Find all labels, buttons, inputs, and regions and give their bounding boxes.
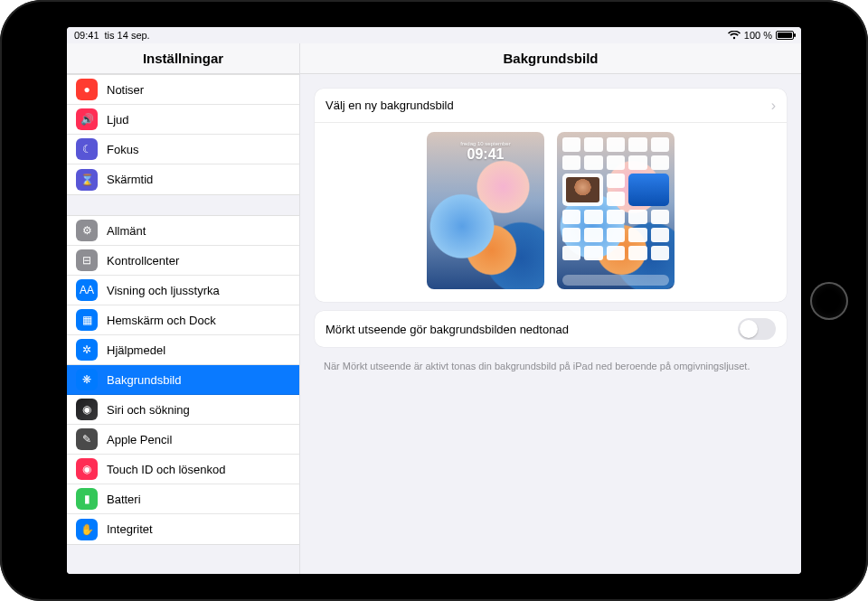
notifications-icon: ● — [76, 79, 98, 100]
wallpaper-icon: ❋ — [76, 369, 98, 390]
dim-footer-note: När Mörkt utseende är aktivt tonas din b… — [315, 356, 787, 372]
wifi-icon — [728, 31, 741, 40]
sidebar-item-label: Hemskärm och Dock — [107, 314, 216, 327]
sidebar-item-label: Skärmtid — [107, 173, 153, 186]
sidebar-item-siri[interactable]: ◉Siri och sökning — [67, 395, 299, 425]
sidebar-item-label: Batteri — [107, 493, 141, 506]
chevron-right-icon: › — [771, 98, 776, 114]
settings-sidebar: Inställningar ●Notiser🔊Ljud☾Fokus⌛Skärmt… — [67, 43, 300, 574]
choose-wallpaper-card: Välj en ny bakgrundsbild › fredag 10 sep… — [315, 89, 787, 302]
siri-icon: ◉ — [76, 399, 98, 420]
sound-icon: 🔊 — [76, 108, 98, 130]
lock-date: fredag 10 september — [427, 141, 544, 146]
detail-title: Bakgrundsbild — [300, 43, 801, 74]
status-bar: 09:41 tis 14 sep. 100 % — [67, 27, 801, 43]
sidebar-item-homescreen[interactable]: ▦Hemskärm och Dock — [67, 305, 299, 335]
sidebar-item-label: Integritet — [107, 522, 153, 536]
sidebar-item-battery[interactable]: ▮Batteri — [67, 484, 299, 514]
sidebar-item-label: Apple Pencil — [107, 433, 172, 446]
sidebar-item-label: Notiser — [107, 83, 144, 97]
sidebar-item-label: Kontrollcenter — [107, 254, 179, 268]
pencil-icon: ✎ — [76, 428, 98, 450]
sidebar-title: Inställningar — [67, 43, 299, 74]
general-icon: ⚙ — [76, 220, 98, 241]
sidebar-item-sound[interactable]: 🔊Ljud — [67, 105, 299, 135]
choose-wallpaper-row[interactable]: Välj en ny bakgrundsbild › — [315, 89, 787, 123]
battery-icon — [776, 31, 794, 40]
sidebar-item-label: Siri och sökning — [107, 403, 190, 417]
status-date: tis 14 sep. — [105, 30, 150, 41]
homescreen-grid-icon — [562, 137, 669, 273]
lock-time: 09:41 — [467, 146, 505, 162]
sidebar-item-display[interactable]: AAVisning och ljusstyrka — [67, 276, 299, 305]
battery-text: 100 % — [744, 30, 772, 41]
dim-toggle[interactable] — [738, 318, 776, 340]
accessibility-icon: ✲ — [76, 339, 98, 361]
screen: 09:41 tis 14 sep. 100 % Inställningar ●N… — [67, 27, 801, 574]
homescreen-icon: ▦ — [76, 309, 98, 331]
sidebar-item-label: Hjälpmedel — [107, 343, 165, 357]
choose-wallpaper-label: Välj en ny bakgrundsbild — [326, 99, 454, 112]
sidebar-item-notifications[interactable]: ●Notiser — [67, 75, 299, 105]
sidebar-item-general[interactable]: ⚙Allmänt — [67, 216, 299, 246]
sidebar-item-label: Allmänt — [107, 224, 146, 238]
sidebar-item-label: Fokus — [107, 143, 138, 156]
display-icon: AA — [76, 279, 98, 301]
detail-pane: Bakgrundsbild Välj en ny bakgrundsbild ›… — [300, 43, 801, 574]
wallpaper-previews: fredag 10 september 09:41 — [315, 123, 787, 302]
privacy-icon: ✋ — [76, 519, 98, 540]
status-time: 09:41 — [74, 30, 99, 41]
sidebar-item-label: Visning och ljusstyrka — [107, 284, 220, 297]
dim-card: Mörkt utseende gör bakgrundsbilden nedto… — [315, 311, 787, 347]
controlcenter-icon: ⊟ — [76, 249, 98, 271]
sidebar-item-label: Touch ID och lösenkod — [107, 463, 226, 476]
sidebar-item-wallpaper[interactable]: ❋Bakgrundsbild — [67, 365, 299, 395]
screentime-icon: ⌛ — [76, 169, 98, 191]
battery-icon: ▮ — [76, 488, 98, 510]
device-frame: 09:41 tis 14 sep. 100 % Inställningar ●N… — [0, 0, 868, 601]
lockscreen-preview[interactable]: fredag 10 september 09:41 — [427, 132, 544, 289]
sidebar-item-touchid[interactable]: ◉Touch ID och lösenkod — [67, 455, 299, 484]
sidebar-item-focus[interactable]: ☾Fokus — [67, 135, 299, 164]
touchid-icon: ◉ — [76, 458, 98, 480]
focus-icon: ☾ — [76, 138, 98, 160]
homescreen-preview[interactable] — [557, 132, 675, 289]
sidebar-item-label: Ljud — [107, 113, 129, 127]
sidebar-item-accessibility[interactable]: ✲Hjälpmedel — [67, 335, 299, 365]
sidebar-item-pencil[interactable]: ✎Apple Pencil — [67, 425, 299, 455]
sidebar-group: ⚙Allmänt⊟KontrollcenterAAVisning och lju… — [67, 215, 299, 545]
sidebar-list[interactable]: ●Notiser🔊Ljud☾Fokus⌛Skärmtid⚙Allmänt⊟Kon… — [67, 74, 299, 574]
dim-label: Mörkt utseende gör bakgrundsbilden nedto… — [326, 323, 569, 336]
sidebar-item-controlcenter[interactable]: ⊟Kontrollcenter — [67, 246, 299, 276]
sidebar-item-screentime[interactable]: ⌛Skärmtid — [67, 164, 299, 194]
home-button[interactable] — [810, 282, 848, 320]
sidebar-item-privacy[interactable]: ✋Integritet — [67, 514, 299, 544]
sidebar-item-label: Bakgrundsbild — [107, 373, 181, 387]
dim-row: Mörkt utseende gör bakgrundsbilden nedto… — [315, 311, 787, 347]
sidebar-group: ●Notiser🔊Ljud☾Fokus⌛Skärmtid — [67, 74, 299, 195]
